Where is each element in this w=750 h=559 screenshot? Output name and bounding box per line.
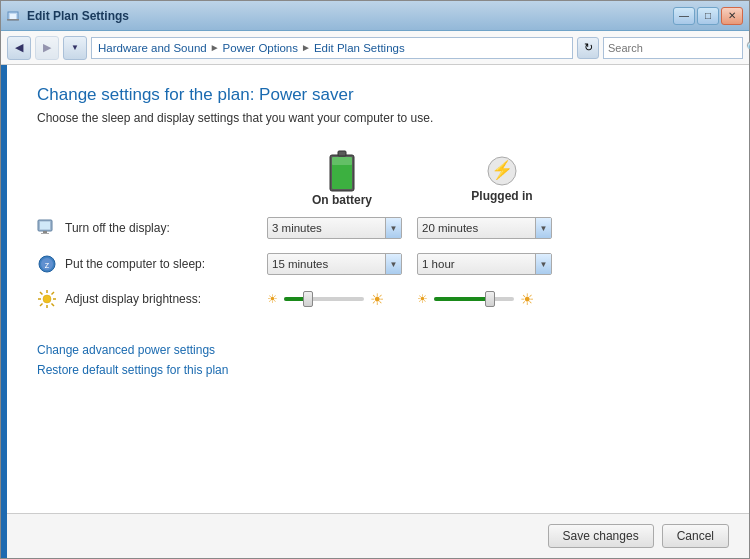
search-box: 🔍 xyxy=(603,37,743,59)
cancel-button[interactable]: Cancel xyxy=(662,524,729,548)
display-battery-arrow: ▼ xyxy=(385,218,401,238)
back-button[interactable]: ◀ xyxy=(7,36,31,60)
svg-rect-12 xyxy=(41,233,49,234)
title-text: Edit Plan Settings xyxy=(27,9,129,23)
brightness-icon xyxy=(37,289,57,309)
svg-rect-6 xyxy=(332,157,352,165)
svg-line-24 xyxy=(40,304,43,307)
path-edit-plan[interactable]: Edit Plan Settings xyxy=(314,42,405,54)
svg-point-16 xyxy=(43,295,51,303)
svg-line-22 xyxy=(52,304,55,307)
on-battery-label: On battery xyxy=(312,193,372,207)
sleep-battery-dropdown[interactable]: 15 minutes ▼ xyxy=(267,253,402,275)
display-setting-row: Turn off the display: 3 minutes ▼ 20 min… xyxy=(37,217,719,239)
main-window: Edit Plan Settings — □ ✕ ◀ ▶ ▼ Hardware … xyxy=(0,0,750,559)
sleep-icon: z xyxy=(37,254,57,274)
brightness-battery-track xyxy=(284,297,364,301)
brightness-battery-low-icon: ☀ xyxy=(267,292,278,306)
left-accent-bar xyxy=(1,65,7,558)
svg-line-21 xyxy=(40,292,43,295)
brightness-plugged-fill xyxy=(434,297,490,301)
refresh-button[interactable]: ↻ xyxy=(577,37,599,59)
save-button[interactable]: Save changes xyxy=(548,524,654,548)
address-path: Hardware and Sound ► Power Options ► Edi… xyxy=(91,37,573,59)
brightness-plugged-slider-container: ☀ ☀ xyxy=(417,290,587,309)
bottom-bar: Save changes Cancel xyxy=(1,513,749,558)
sleep-label-text: Put the computer to sleep: xyxy=(65,257,205,271)
title-buttons: — □ ✕ xyxy=(673,7,743,25)
restore-defaults-link[interactable]: Restore default settings for this plan xyxy=(37,363,719,377)
sleep-plugged-dropdown[interactable]: 1 hour ▼ xyxy=(417,253,552,275)
sleep-label: z Put the computer to sleep: xyxy=(37,254,267,274)
col-header-battery: On battery xyxy=(267,149,417,207)
sleep-plugged-value: 1 hour xyxy=(422,258,535,270)
brightness-label: Adjust display brightness: xyxy=(37,289,267,309)
display-battery-dropdown[interactable]: 3 minutes ▼ xyxy=(267,217,402,239)
path-sep-2: ► xyxy=(301,42,311,53)
svg-rect-4 xyxy=(338,151,346,156)
path-power-options[interactable]: Power Options xyxy=(223,42,298,54)
display-plugged-arrow: ▼ xyxy=(535,218,551,238)
page-title: Change settings for the plan: Power save… xyxy=(37,85,719,105)
forward-button[interactable]: ▶ xyxy=(35,36,59,60)
display-battery-value: 3 minutes xyxy=(272,222,385,234)
brightness-plugged-high-icon: ☀ xyxy=(520,290,534,309)
path-sep-1: ► xyxy=(210,42,220,53)
sleep-setting-row: z Put the computer to sleep: 15 minutes … xyxy=(37,253,719,275)
recent-pages-button[interactable]: ▼ xyxy=(63,36,87,60)
page-subtitle: Choose the sleep and display settings th… xyxy=(37,111,719,125)
svg-rect-10 xyxy=(40,222,50,230)
plugged-in-icon: ⚡ xyxy=(484,153,520,189)
brightness-setting-row: Adjust display brightness: ☀ ☀ ☀ xyxy=(37,289,719,309)
settings-area: On battery ⚡ Plugged in xyxy=(37,149,719,323)
svg-text:⚡: ⚡ xyxy=(491,159,514,181)
display-label-text: Turn off the display: xyxy=(65,221,170,235)
close-button[interactable]: ✕ xyxy=(721,7,743,25)
content-panel: Change settings for the plan: Power save… xyxy=(7,65,749,513)
path-hardware-sound[interactable]: Hardware and Sound xyxy=(98,42,207,54)
brightness-battery-high-icon: ☀ xyxy=(370,290,384,309)
svg-line-23 xyxy=(52,292,55,295)
battery-icon xyxy=(327,149,357,193)
search-icon[interactable]: 🔍 xyxy=(746,41,750,54)
brightness-plugged-track xyxy=(434,297,514,301)
title-bar: Edit Plan Settings — □ ✕ xyxy=(1,1,749,31)
maximize-button[interactable]: □ xyxy=(697,7,719,25)
brightness-battery-thumb[interactable] xyxy=(303,291,313,307)
svg-rect-2 xyxy=(7,19,19,21)
minimize-button[interactable]: — xyxy=(673,7,695,25)
title-bar-left: Edit Plan Settings xyxy=(7,8,129,24)
search-input[interactable] xyxy=(608,42,746,54)
brightness-plugged-low-icon: ☀ xyxy=(417,292,428,306)
sleep-battery-arrow: ▼ xyxy=(385,254,401,274)
brightness-battery-slider-container: ☀ ☀ xyxy=(267,290,417,309)
svg-rect-11 xyxy=(43,231,47,233)
plugged-in-label: Plugged in xyxy=(471,189,532,203)
display-plugged-dropdown[interactable]: 20 minutes ▼ xyxy=(417,217,552,239)
display-label: Turn off the display: xyxy=(37,218,267,238)
brightness-label-text: Adjust display brightness: xyxy=(65,292,201,306)
sleep-battery-value: 15 minutes xyxy=(272,258,385,270)
display-plugged-value: 20 minutes xyxy=(422,222,535,234)
column-headers: On battery ⚡ Plugged in xyxy=(37,149,719,207)
monitor-icon xyxy=(37,218,57,238)
main-content: Change settings for the plan: Power save… xyxy=(1,65,749,558)
change-advanced-link[interactable]: Change advanced power settings xyxy=(37,343,719,357)
address-bar: ◀ ▶ ▼ Hardware and Sound ► Power Options… xyxy=(1,31,749,65)
window-icon xyxy=(7,8,23,24)
col-header-plugged: ⚡ Plugged in xyxy=(417,153,587,203)
links-area: Change advanced power settings Restore d… xyxy=(37,343,719,377)
svg-rect-1 xyxy=(10,14,16,19)
svg-text:z: z xyxy=(45,260,50,270)
brightness-plugged-thumb[interactable] xyxy=(485,291,495,307)
sleep-plugged-arrow: ▼ xyxy=(535,254,551,274)
